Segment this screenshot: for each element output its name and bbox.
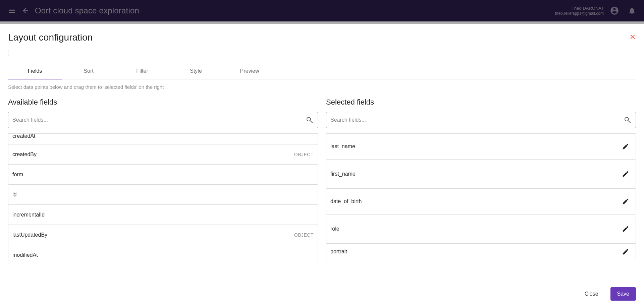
- selected-search-input[interactable]: [330, 117, 624, 123]
- available-field-item[interactable]: modifiedAt: [8, 245, 318, 265]
- close-icon: [629, 33, 636, 41]
- dialog-close-button[interactable]: [627, 32, 638, 42]
- tab-sort[interactable]: Sort: [62, 63, 115, 79]
- edit-field-button[interactable]: [620, 195, 632, 207]
- layout-configuration-dialog: Layout configuration Fields Sort Filter …: [0, 24, 644, 306]
- field-type: OBJECT: [294, 232, 314, 238]
- partial-input: [8, 50, 75, 56]
- selected-fields-column: Selected fields last_name first_name: [326, 98, 636, 282]
- selected-fields-title: Selected fields: [326, 98, 636, 107]
- dialog-footer: Close Save: [8, 282, 636, 301]
- available-field-item[interactable]: createdBy OBJECT: [8, 144, 318, 165]
- pencil-icon: [622, 225, 629, 233]
- field-label: id: [12, 192, 16, 198]
- field-label: last_name: [330, 143, 355, 149]
- available-fields-title: Available fields: [8, 98, 318, 107]
- available-field-item[interactable]: createdAt: [8, 134, 318, 144]
- tab-filter[interactable]: Filter: [115, 63, 169, 79]
- field-label: first_name: [330, 171, 356, 177]
- available-search-field[interactable]: [8, 112, 318, 128]
- field-label: form: [12, 172, 23, 178]
- dialog-title: Layout configuration: [8, 32, 93, 43]
- search-icon: [306, 116, 314, 124]
- edit-field-button[interactable]: [620, 223, 632, 235]
- tab-preview[interactable]: Preview: [223, 63, 276, 79]
- search-icon: [624, 116, 632, 124]
- selected-field-item[interactable]: first_name: [326, 161, 636, 187]
- available-field-item[interactable]: lastUpdatedBy OBJECT: [8, 225, 318, 245]
- available-field-item[interactable]: id: [8, 185, 318, 205]
- available-field-item[interactable]: incrementalId: [8, 205, 318, 225]
- field-label: createdAt: [12, 133, 35, 139]
- selected-field-item[interactable]: portrait: [326, 243, 636, 260]
- field-label: incrementalId: [12, 212, 45, 218]
- selected-fields-list: last_name first_name date_of_birth: [326, 133, 636, 282]
- field-label: portrait: [330, 249, 347, 255]
- edit-field-button[interactable]: [620, 246, 632, 258]
- selected-search-field[interactable]: [326, 112, 636, 128]
- available-field-item[interactable]: form: [8, 165, 318, 185]
- tab-fields[interactable]: Fields: [8, 63, 62, 79]
- field-label: date_of_birth: [330, 198, 362, 204]
- pencil-icon: [622, 143, 629, 150]
- field-label: modifiedAt: [12, 252, 38, 258]
- available-fields-column: Available fields createdAt createdBy OBJ…: [8, 98, 318, 282]
- selected-field-item[interactable]: date_of_birth: [326, 188, 636, 215]
- tabs: Fields Sort Filter Style Preview: [8, 63, 636, 79]
- available-fields-list: createdAt createdBy OBJECT form id incre…: [8, 133, 318, 282]
- edit-field-button[interactable]: [620, 140, 632, 152]
- available-search-input[interactable]: [12, 117, 306, 123]
- tab-style[interactable]: Style: [169, 63, 223, 79]
- pencil-icon: [622, 198, 629, 205]
- close-button[interactable]: Close: [578, 287, 605, 301]
- field-label: lastUpdatedBy: [12, 232, 47, 238]
- pencil-icon: [622, 248, 629, 255]
- field-label: role: [330, 226, 339, 232]
- pencil-icon: [622, 170, 629, 178]
- edit-field-button[interactable]: [620, 168, 632, 180]
- field-type: OBJECT: [294, 152, 314, 157]
- helper-text: Select data points below and drag them t…: [8, 84, 636, 90]
- field-label: createdBy: [12, 151, 37, 158]
- selected-field-item[interactable]: role: [326, 216, 636, 242]
- save-button[interactable]: Save: [610, 287, 636, 301]
- selected-field-item[interactable]: last_name: [326, 133, 636, 160]
